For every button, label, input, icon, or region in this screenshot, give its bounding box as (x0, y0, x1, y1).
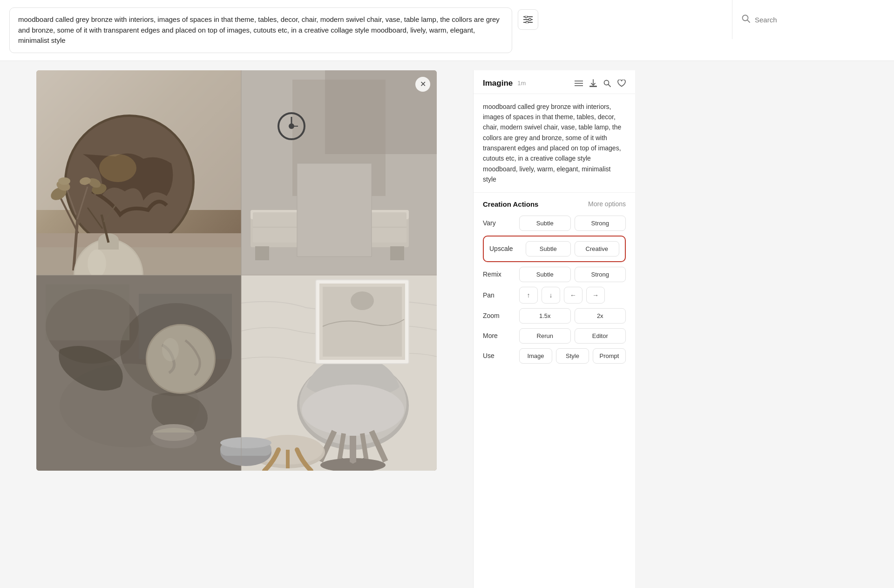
svg-line-7 (747, 20, 750, 22)
image-area: ✕ (0, 70, 473, 588)
svg-point-5 (526, 21, 528, 24)
close-button[interactable]: ✕ (415, 77, 430, 92)
filter-button[interactable] (518, 9, 538, 30)
pan-label: Pan (483, 291, 515, 299)
more-options-link[interactable]: More options (588, 200, 626, 208)
upscale-row: Upscale Subtle Creative (483, 236, 626, 262)
svg-rect-92 (589, 86, 597, 87)
use-label: Use (483, 352, 515, 359)
rerun-button[interactable]: Rerun (519, 328, 571, 344)
svg-rect-57 (46, 284, 129, 340)
svg-point-13 (99, 154, 136, 182)
prompt-text: moodboard called grey bronze with interi… (18, 15, 500, 44)
svg-point-3 (525, 16, 528, 18)
remix-label: Remix (483, 270, 515, 278)
editor-button[interactable]: Editor (575, 328, 626, 344)
creation-actions: Creation Actions More options Vary Subtl… (474, 193, 635, 376)
svg-rect-42 (390, 246, 404, 260)
search-input[interactable] (755, 16, 885, 24)
svg-point-61 (162, 338, 179, 361)
svg-point-68 (302, 385, 404, 436)
search-panel-icon[interactable] (603, 80, 611, 87)
use-prompt-button[interactable]: Prompt (593, 348, 626, 364)
zoom-row: Zoom 1.5x 2x (483, 308, 626, 324)
panel-description-text: moodboard called grey bronze with interi… (483, 103, 621, 183)
upscale-creative-button[interactable]: Creative (575, 241, 620, 257)
right-panel: Imagine 1m (473, 70, 635, 588)
image-container: ✕ (36, 70, 437, 471)
remix-row: Remix Subtle Strong (483, 267, 626, 282)
remix-strong-button[interactable]: Strong (575, 267, 626, 282)
panel-description: moodboard called grey bronze with interi… (474, 94, 635, 193)
upscale-label: Upscale (489, 245, 522, 252)
vary-label: Vary (483, 219, 515, 227)
svg-point-29 (88, 250, 106, 277)
creation-actions-header: Creation Actions More options (483, 200, 626, 208)
more-label: More (483, 332, 515, 339)
svg-point-60 (147, 325, 214, 392)
use-row: Use Image Style Prompt (483, 348, 626, 364)
search-icon (742, 14, 750, 25)
search-area (732, 0, 894, 39)
pan-down-button[interactable]: ↓ (542, 287, 560, 304)
pan-left-button[interactable]: ← (564, 287, 582, 304)
svg-rect-51 (297, 163, 372, 257)
more-row: More Rerun Editor (483, 328, 626, 344)
panel-header: Imagine 1m (474, 70, 635, 94)
zoom-2-button[interactable]: 2x (575, 308, 626, 324)
menu-icon[interactable] (575, 80, 583, 87)
pan-row: Pan ↑ ↓ ← → (483, 287, 626, 304)
upscale-subtle-button[interactable]: Subtle (526, 241, 571, 257)
vary-strong-button[interactable]: Strong (575, 216, 626, 231)
moodboard-image (36, 70, 437, 471)
header: moodboard called grey bronze with interi… (0, 0, 894, 61)
panel-actions (575, 79, 626, 88)
prompt-box: moodboard called grey bronze with interi… (9, 7, 512, 53)
svg-rect-41 (255, 246, 269, 260)
filter-icon (523, 16, 533, 23)
svg-point-81 (351, 291, 374, 310)
vary-row: Vary Subtle Strong (483, 216, 626, 231)
use-image-button[interactable]: Image (519, 348, 552, 364)
svg-point-86 (220, 437, 271, 448)
svg-point-26 (58, 177, 70, 185)
use-style-button[interactable]: Style (556, 348, 589, 364)
main-content: ✕ (0, 61, 894, 588)
remix-subtle-button[interactable]: Subtle (519, 267, 571, 282)
panel-time: 1m (517, 80, 526, 87)
pan-up-button[interactable]: ↑ (519, 287, 538, 304)
zoom-15-button[interactable]: 1.5x (519, 308, 571, 324)
svg-line-94 (609, 84, 611, 87)
creation-actions-title: Creation Actions (483, 200, 538, 208)
panel-title: Imagine (483, 79, 513, 88)
svg-point-4 (529, 19, 531, 21)
download-icon[interactable] (589, 79, 597, 88)
zoom-label: Zoom (483, 312, 515, 319)
vary-subtle-button[interactable]: Subtle (519, 216, 571, 231)
heart-icon[interactable] (617, 80, 626, 87)
pan-right-button[interactable]: → (586, 287, 605, 304)
